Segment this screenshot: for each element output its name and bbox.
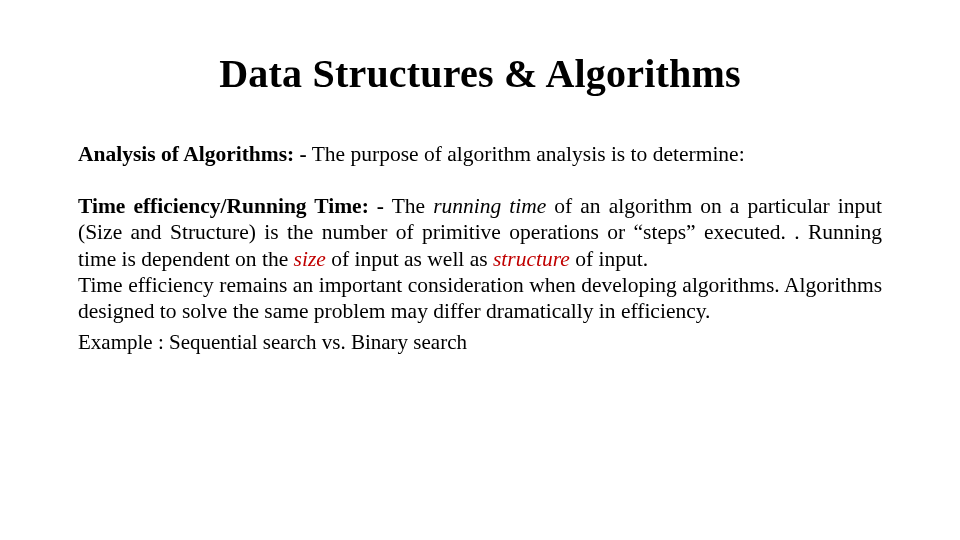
time-lead: Time efficiency/Running Time: -	[78, 194, 384, 218]
time-seg-d: of input.	[570, 247, 648, 271]
time-seg-a: The	[384, 194, 433, 218]
size-emphasis: size	[294, 247, 326, 271]
slide: Data Structures & Algorithms Analysis of…	[0, 0, 960, 540]
time-seg-c: of input as well as	[326, 247, 493, 271]
analysis-lead: Analysis of Algorithms: -	[78, 142, 307, 166]
paragraph-time-efficiency: Time efficiency/Running Time: - The runn…	[78, 193, 882, 324]
slide-body: Analysis of Algorithms: - The purpose of…	[78, 141, 882, 356]
analysis-rest: The purpose of algorithm analysis is to …	[307, 142, 745, 166]
slide-title: Data Structures & Algorithms	[78, 50, 882, 97]
paragraph-analysis: Analysis of Algorithms: - The purpose of…	[78, 141, 882, 167]
running-time-emphasis: running time	[433, 194, 546, 218]
time-line2: Time efficiency remains an important con…	[78, 273, 882, 323]
paragraph-example: Example : Sequential search vs. Binary s…	[78, 330, 882, 356]
structure-emphasis: structure	[493, 247, 570, 271]
